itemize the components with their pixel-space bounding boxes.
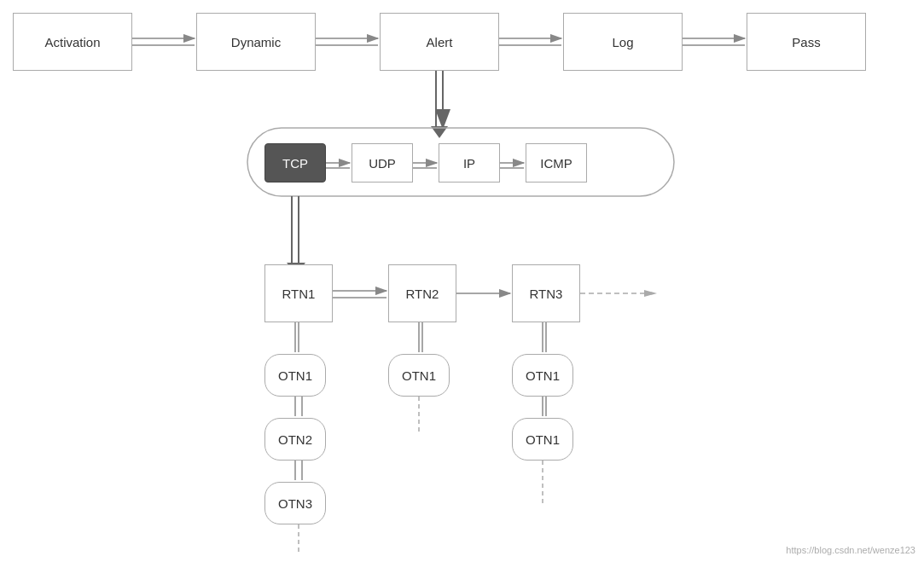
watermark: https://blog.csdn.net/wenze123 <box>786 545 915 555</box>
tcp-node: TCP <box>264 143 326 183</box>
activation-node: Activation <box>13 13 132 71</box>
svg-marker-28 <box>644 290 657 297</box>
rtn3-node: RTN3 <box>512 264 580 322</box>
rtn1-node: RTN1 <box>264 264 333 322</box>
diagram-svg <box>0 0 924 562</box>
icmp-node: ICMP <box>526 143 587 183</box>
log-node: Log <box>563 13 683 71</box>
otn1-2-node: OTN2 <box>264 418 326 461</box>
otn2-1-node: OTN1 <box>388 354 450 397</box>
ip-node: IP <box>439 143 500 183</box>
pass-node: Pass <box>747 13 866 71</box>
alert-node: Alert <box>380 13 499 71</box>
otn1-3-node: OTN3 <box>264 482 326 524</box>
otn3-2-node: OTN1 <box>512 418 573 461</box>
otn1-1-node: OTN1 <box>264 354 326 397</box>
diagram: Activation Dynamic Alert Log Pass TCP UD… <box>0 0 924 562</box>
dynamic-node: Dynamic <box>196 13 316 71</box>
udp-node: UDP <box>352 143 413 183</box>
rtn2-node: RTN2 <box>388 264 456 322</box>
otn3-1-node: OTN1 <box>512 354 573 397</box>
